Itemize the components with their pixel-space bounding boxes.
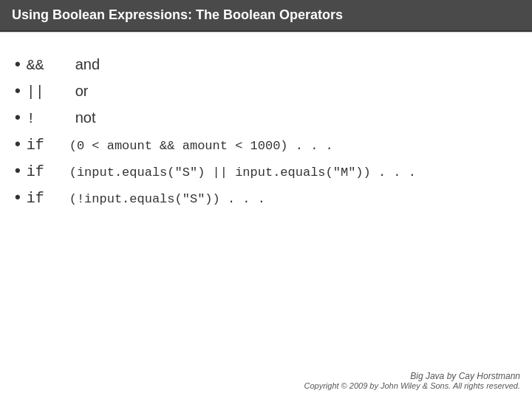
bullet-row-or: • || or [15,81,517,100]
bullet-row-and: • && and [15,55,517,74]
code-content-3: (!input.equals("S")) . . . [69,192,265,206]
bullet-dot-3: • [15,108,21,127]
content-area: • && and • || or • ! not • if (0 < amoun… [0,43,532,226]
code-keyword-3: if [27,190,64,207]
code-content-1: (0 < amount && amount < 1000) . . . [69,139,333,153]
bullet-dot-1: • [15,55,21,74]
bullet-dot-2: • [15,81,21,100]
label-and: and [75,56,100,73]
bullet-dot-6: • [15,188,21,207]
code-line-1: • if (0 < amount && amount < 1000) . . . [15,134,517,154]
footer: Big Java by Cay Horstmann Copyright © 20… [304,371,520,390]
code-keyword-2: if [27,163,64,180]
header-title: Using Boolean Expressions: The Boolean O… [12,7,343,22]
label-or: or [75,83,89,100]
code-content-2: (input.equals("S") || input.equals("M"))… [69,166,416,180]
bullet-dot-5: • [15,161,21,180]
divider [0,32,532,33]
page-title: Using Boolean Expressions: The Boolean O… [0,0,532,32]
label-not: not [75,109,96,126]
bullet-row-not: • ! not [15,108,517,127]
symbol-not: ! [27,110,64,127]
code-line-2: • if (input.equals("S") || input.equals(… [15,161,517,180]
symbol-or: || [27,83,64,100]
symbol-and: && [27,57,64,74]
footer-line1: Big Java by Cay Horstmann [304,371,520,381]
bullet-dot-4: • [15,134,21,154]
footer-line2: Copyright © 2009 by John Wiley & Sons. A… [304,381,520,390]
code-keyword-1: if [27,137,64,154]
page: Using Boolean Expressions: The Boolean O… [0,0,532,399]
code-line-3: • if (!input.equals("S")) . . . [15,188,517,207]
